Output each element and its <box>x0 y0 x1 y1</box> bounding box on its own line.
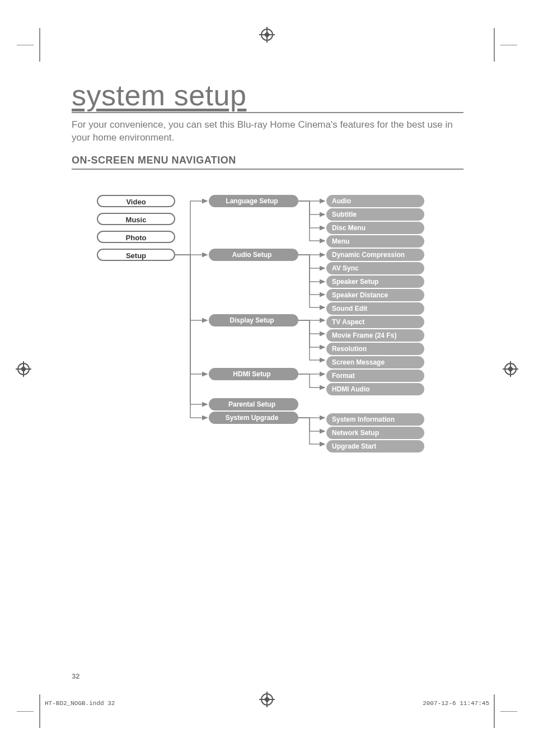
menu-item-video: Video <box>97 195 175 207</box>
option-resolution: Resolution <box>326 343 424 355</box>
submenu-system-upgrade: System Upgrade <box>209 412 298 424</box>
option-movie-frame: Movie Frame (24 Fs) <box>326 329 424 342</box>
option-upgrade-start: Upgrade Start <box>326 440 424 452</box>
menu-item-photo: Photo <box>97 231 175 243</box>
registration-mark-icon <box>16 361 31 377</box>
option-hdmi-audio: HDMI Audio <box>326 383 424 395</box>
option-subtitle: Subtitle <box>326 208 424 221</box>
registration-mark-icon <box>503 361 518 377</box>
menu-item-setup: Setup <box>97 249 175 261</box>
footer: HT-BD2_NOGB.indd 32 2007-12-6 11:47:45 <box>45 700 489 707</box>
option-format: Format <box>326 370 424 382</box>
submenu-language-setup: Language Setup <box>209 195 298 207</box>
option-audio: Audio <box>326 195 424 207</box>
page-title: system setup <box>72 78 463 113</box>
option-speaker-setup: Speaker Setup <box>326 276 424 288</box>
option-speaker-distance: Speaker Distance <box>326 289 424 301</box>
option-menu: Menu <box>326 235 424 248</box>
option-dynamic-compression: Dynamic Compression <box>326 249 424 261</box>
option-screen-message: Screen Message <box>326 356 424 368</box>
registration-mark-icon <box>259 27 275 43</box>
submenu-audio-setup: Audio Setup <box>209 249 298 261</box>
footer-filename: HT-BD2_NOGB.indd 32 <box>45 700 115 707</box>
option-disc-menu: Disc Menu <box>326 222 424 234</box>
menu-item-music: Music <box>97 213 175 225</box>
option-sound-edit: Sound Edit <box>326 302 424 315</box>
footer-timestamp: 2007-12-6 11:47:45 <box>423 700 489 707</box>
option-tv-aspect: TV Aspect <box>326 316 424 328</box>
option-network-setup: Network Setup <box>326 427 424 439</box>
section-heading: ON-SCREEN MENU NAVIGATION <box>72 155 463 170</box>
submenu-display-setup: Display Setup <box>209 314 298 326</box>
page-number: 32 <box>72 672 79 680</box>
intro-text: For your convenience, you can set this B… <box>72 119 463 144</box>
option-system-information: System Information <box>326 413 424 426</box>
option-av-sync: AV Sync <box>326 262 424 274</box>
submenu-parental-setup: Parental Setup <box>209 398 298 410</box>
submenu-hdmi-setup: HDMI Setup <box>209 368 298 380</box>
